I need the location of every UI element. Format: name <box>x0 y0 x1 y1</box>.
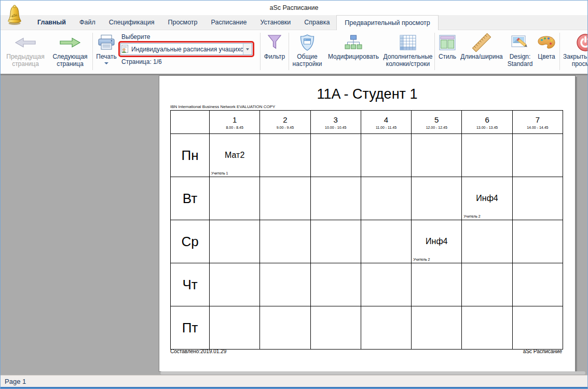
ribbon-separator <box>260 33 261 70</box>
schedule-cell <box>260 220 310 263</box>
schedule-cell <box>412 177 462 220</box>
length-width-label: Длина/ширина <box>460 53 502 61</box>
schedule-cell <box>361 134 411 177</box>
print-label: Печать <box>96 53 116 61</box>
menu-item-timetable[interactable]: Расписание <box>204 15 254 30</box>
window-style-icon <box>439 33 456 52</box>
schedule-cell <box>310 177 361 220</box>
extra-columns-rows-label: Дополнительные колонки/строки <box>383 53 433 68</box>
schedule-cell <box>361 306 411 350</box>
close-preview-label: Закрыть предв. просмотр <box>562 53 588 68</box>
schedule-row: Ср Инф4Учитель 2 <box>171 220 563 263</box>
status-page-label: Page 1 <box>5 378 26 385</box>
schedule-table: 18.00 - 8.45 29.00 - 9.45 310.00 - 10.45… <box>170 110 563 350</box>
report-select-dropdown-button[interactable] <box>243 44 252 55</box>
shield-icon <box>299 33 316 52</box>
prev-page-button[interactable]: Предыдущая страница <box>2 32 49 68</box>
choose-label: Выберите <box>121 33 150 41</box>
ribbon-toolbar: Предыдущая страница Следующая страница <box>1 30 587 74</box>
schedule-cell <box>361 263 411 306</box>
day-label: Чт <box>171 263 210 306</box>
chevron-down-icon <box>104 62 108 64</box>
schedule-cell <box>210 306 260 350</box>
palette-icon <box>537 33 556 52</box>
period-header: 714.00 - 14.45 <box>512 111 563 134</box>
design-button[interactable]: Design: Standard <box>505 32 535 68</box>
schedule-cell <box>210 177 260 220</box>
menu-item-specification[interactable]: Спецификация <box>102 15 161 30</box>
ribbon-separator <box>434 33 435 70</box>
page-footer-date: Составлено:2019.01.29 <box>170 348 226 354</box>
menu-item-settings[interactable]: Установки <box>253 15 297 30</box>
schedule-cell <box>310 306 361 350</box>
schedule-cell <box>260 263 310 306</box>
preview-page: 11A - Студент 1 IBN International Busine… <box>159 75 576 372</box>
chevron-down-icon <box>246 48 249 50</box>
schedule-cell <box>512 220 563 263</box>
page-footer-app: aSc Расписание <box>523 348 562 354</box>
schedule-cell <box>260 306 310 350</box>
printer-icon <box>98 33 115 52</box>
general-settings-button[interactable]: Общие настройки <box>291 32 324 68</box>
schedule-row: Вт Инф4Учитель 2 <box>171 177 563 220</box>
menu-item-file[interactable]: Файл <box>73 15 102 30</box>
menu-bar: Главный Файл Спецификация Просмотр Распи… <box>1 15 587 30</box>
menu-item-help[interactable]: Справка <box>297 15 336 30</box>
schedule-cell <box>412 263 462 306</box>
schedule-cell <box>462 306 512 350</box>
table-grid-icon <box>400 33 416 52</box>
colors-label: Цвета <box>538 53 555 61</box>
period-header: 512.00 - 12.45 <box>412 111 462 134</box>
schedule-cell <box>310 263 361 306</box>
tab-print-preview[interactable]: Предварительный просмотр <box>336 15 438 30</box>
schedule-row: Чт <box>171 263 563 306</box>
page-indicator: Страница: 1/6 <box>121 58 162 65</box>
schedule-cell <box>462 134 512 177</box>
extra-columns-rows-button[interactable]: Дополнительные колонки/строки <box>383 32 433 68</box>
status-bar: Page 1 <box>1 375 587 388</box>
schedule-cell <box>462 263 512 306</box>
period-header: 613.00 - 13.45 <box>462 111 512 134</box>
schedule-cell <box>512 263 563 306</box>
modify-button[interactable]: Модифицировать <box>324 32 383 61</box>
menu-item-view[interactable]: Просмотр <box>161 15 204 30</box>
red-highlight-box: Индивидуальные расписания учащихся <box>118 41 254 57</box>
schedule-cell <box>512 134 563 177</box>
funnel-icon <box>267 33 282 52</box>
day-label: Вт <box>171 177 210 220</box>
schedule-cell: Инф4Учитель 2 <box>462 177 512 220</box>
close-preview-button[interactable]: Закрыть предв. просмотр <box>562 32 588 68</box>
menu-item-main[interactable]: Главный <box>31 15 73 30</box>
schedule-cell <box>210 220 260 263</box>
schedule-header-row: 18.00 - 8.45 29.00 - 9.45 310.00 - 10.45… <box>171 111 563 134</box>
period-header: 411.00 - 11.45 <box>361 111 411 134</box>
schedule-cell <box>412 306 462 350</box>
schedule-cell <box>512 177 563 220</box>
report-type-select[interactable]: Индивидуальные расписания учащихся <box>120 43 252 55</box>
title-bar: aSc Расписание <box>1 1 587 15</box>
length-width-button[interactable]: Длина/ширина <box>458 32 505 61</box>
filter-button[interactable]: Фильтр <box>262 32 287 61</box>
schedule-cell <box>361 177 411 220</box>
next-page-button[interactable]: Следующая страница <box>49 32 91 68</box>
general-settings-label: Общие настройки <box>291 53 324 68</box>
prev-page-label: Предыдущая страница <box>2 53 49 68</box>
print-preview-area: 11A - Студент 1 IBN International Busine… <box>1 74 587 375</box>
period-header: 310.00 - 10.45 <box>310 111 361 134</box>
picture-pencil-icon <box>511 33 529 52</box>
day-label: Пт <box>171 306 210 350</box>
print-button[interactable]: Печать <box>94 32 118 64</box>
schedule-cell <box>260 177 310 220</box>
ruler-icon <box>472 33 491 52</box>
schedule-cell <box>462 220 512 263</box>
ribbon-separator <box>559 33 560 70</box>
next-page-label: Следующая страница <box>49 53 91 68</box>
student-report-icon <box>121 45 129 53</box>
schedule-row: Пт <box>171 306 563 350</box>
period-header: 18.00 - 8.45 <box>210 111 260 134</box>
horizontal-scrollbar-thumb[interactable] <box>160 371 585 374</box>
schedule-cell <box>260 134 310 177</box>
style-button[interactable]: Стиль <box>436 32 458 61</box>
colors-button[interactable]: Цвета <box>535 32 558 61</box>
filter-label: Фильтр <box>264 53 285 61</box>
